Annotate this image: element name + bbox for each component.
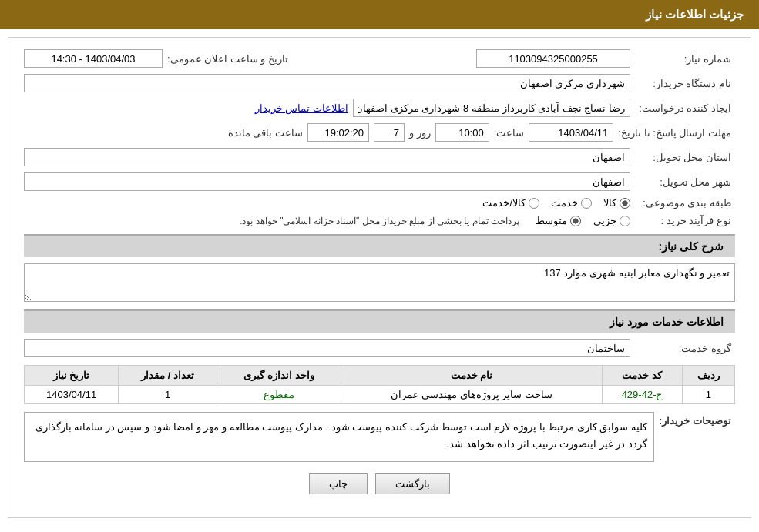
print-button[interactable]: چاپ xyxy=(309,473,368,494)
roz-input[interactable] xyxy=(374,123,405,142)
service-table: ردیف کد خدمت نام خدمت واحد اندازه گیری ت… xyxy=(24,365,735,404)
col-radif: ردیف xyxy=(682,366,734,386)
saat-label: ساعت: xyxy=(494,127,525,139)
farayand-jozi-radio[interactable] xyxy=(620,216,630,226)
serviceSection-title: اطلاعات خدمات مورد نیاز xyxy=(610,316,724,328)
mande-input[interactable] xyxy=(307,123,369,142)
tabaqe-kala-khedmat[interactable]: کالا/خدمت xyxy=(482,197,539,209)
saat-input[interactable] xyxy=(435,123,489,142)
shahr-input[interactable] xyxy=(24,172,630,191)
shomareNiaz-input[interactable] xyxy=(476,49,630,68)
cell-kodKhedmat: ج-42-429 xyxy=(602,386,682,404)
button-row: بازگشت چاپ xyxy=(24,473,735,506)
page-header: جزئیات اطلاعات نیاز xyxy=(0,0,759,29)
mande-label: ساعت باقی مانده xyxy=(228,127,303,139)
ijadKonande-input[interactable] xyxy=(353,99,630,117)
tarikh-input[interactable] xyxy=(529,123,613,142)
farayand-jozi-label: جزیی xyxy=(593,215,616,226)
cell-vahed: مقطوع xyxy=(217,386,341,404)
ijadKonande-label: ایجاد کننده درخواست: xyxy=(635,102,735,114)
etelaatTamas-link[interactable]: اطلاعات تماس خریدار xyxy=(255,102,348,114)
cell-tedad: 1 xyxy=(119,386,217,404)
serviceSection-header: اطلاعات خدمات مورد نیاز xyxy=(24,309,735,333)
noveFarayand-label: نوع فرآیند خرید : xyxy=(635,215,735,226)
farayand-jozi[interactable]: جزیی xyxy=(593,215,630,226)
col-vahed: واحد اندازه گیری xyxy=(217,366,341,386)
roz-label: روز و xyxy=(409,127,431,139)
farayand-motavaset[interactable]: متوسط xyxy=(536,215,581,226)
description-text: کلیه سوابق کاری مرتبط با پروژه لازم است … xyxy=(35,421,648,450)
tabaqe-khedmat[interactable]: خدمت xyxy=(551,197,592,209)
farayand-motavaset-label: متوسط xyxy=(536,215,567,226)
cell-radif: 1 xyxy=(682,386,734,404)
farayand-note: پرداخت تمام یا بخشی از مبلغ خریداز محل "… xyxy=(24,216,519,226)
col-tedad: تعداد / مقدار xyxy=(119,366,217,386)
description-box: کلیه سوابق کاری مرتبط با پروژه لازم است … xyxy=(24,412,654,462)
ostan-input[interactable] xyxy=(24,148,630,166)
namDastgah-input[interactable] xyxy=(24,74,630,92)
tabaqe-kala[interactable]: کالا xyxy=(603,197,630,209)
table-row: 1 ج-42-429 ساخت سایر پروژه‌های مهندسی عم… xyxy=(25,386,735,404)
shahr-label: شهر محل تحویل: xyxy=(635,176,735,188)
tabaqe-khedmat-label: خدمت xyxy=(551,197,578,209)
farayand-motavaset-radio[interactable] xyxy=(570,216,581,226)
page-title: جزئیات اطلاعات نیاز xyxy=(646,8,744,21)
mohlat-label: مهلت ارسال پاسخ: تا تاریخ: xyxy=(618,127,735,139)
tarikheElan-input[interactable] xyxy=(24,49,163,68)
tabaqe-kala-label: کالا xyxy=(603,197,616,209)
col-tarikh: تاریخ نیاز xyxy=(25,366,119,386)
back-button[interactable]: بازگشت xyxy=(375,473,450,494)
sharhKolli-label: شرح کلی نیاز: xyxy=(659,240,724,253)
grohKhedmat-input[interactable] xyxy=(24,339,630,357)
sharhKolli-textarea[interactable]: تعمیر و نگهداری معابر ابنیه شهری موارد 1… xyxy=(24,263,735,302)
tabaqe-kala-radio[interactable] xyxy=(620,198,630,209)
tarikheElan-label: تاریخ و ساعت اعلان عمومی: xyxy=(167,53,292,65)
tabaqe-label: طبقه بندی موضوعی: xyxy=(635,197,735,209)
tabaqe-kala-khedmat-radio[interactable] xyxy=(529,198,539,209)
col-namKhedmat: نام خدمت xyxy=(341,366,603,386)
shomareNiaz-label: شماره نیاز: xyxy=(635,53,735,65)
cell-tarikh: 1403/04/11 xyxy=(25,386,119,404)
namDastgah-label: نام دستگاه خریدار: xyxy=(635,78,735,89)
grohKhedmat-label: گروه خدمت: xyxy=(635,343,735,354)
tabaqe-khedmat-radio[interactable] xyxy=(581,198,592,209)
ostan-label: استان محل تحویل: xyxy=(635,152,735,163)
tabaqe-kala-khedmat-label: کالا/خدمت xyxy=(482,197,526,209)
tabaqe-radio-group: کالا خدمت کالا/خدمت xyxy=(24,197,630,209)
description-label: توضیحات خریدار: xyxy=(659,412,735,427)
cell-namKhedmat: ساخت سایر پروژه‌های مهندسی عمران xyxy=(341,386,603,404)
col-kodKhedmat: کد خدمت xyxy=(602,366,682,386)
sharhKolli-section: شرح کلی نیاز: xyxy=(24,234,735,257)
